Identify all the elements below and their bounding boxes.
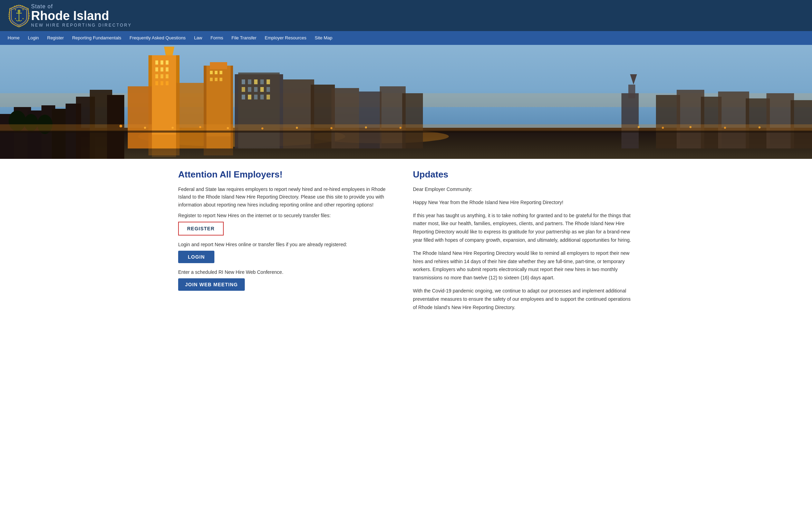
- svg-point-87: [144, 127, 146, 129]
- svg-point-91: [261, 127, 263, 129]
- svg-rect-28: [155, 60, 158, 65]
- svg-point-95: [399, 127, 402, 129]
- svg-rect-57: [260, 79, 264, 84]
- site-subtitle: NEW HIRE REPORTING DIRECTORY: [31, 23, 132, 28]
- svg-rect-67: [260, 95, 264, 99]
- svg-rect-70: [311, 85, 335, 148]
- svg-text:★: ★: [14, 18, 16, 20]
- state-seal-icon: ★ ★ ★ ★: [7, 3, 31, 28]
- svg-point-99: [724, 127, 726, 129]
- svg-rect-42: [176, 83, 204, 148]
- site-header: ★ ★ ★ ★ State of Rhode Island NEW HIRE R…: [0, 0, 812, 31]
- updates-p1: Dear Employer Community:: [413, 185, 634, 194]
- updates-p3: If this year has taught us anything, it …: [413, 212, 634, 244]
- svg-rect-31: [155, 67, 158, 71]
- nav-login[interactable]: Login: [24, 31, 43, 45]
- svg-rect-71: [331, 88, 359, 148]
- join-web-meeting-button[interactable]: JOIN WEB MEETING: [178, 278, 245, 291]
- svg-point-88: [172, 127, 174, 129]
- nav-forms[interactable]: Forms: [206, 31, 228, 45]
- attention-title: Attention All Employers!: [178, 169, 399, 180]
- svg-point-97: [662, 127, 664, 129]
- updates-p4: The Rhode Island New Hire Reporting Dire…: [413, 249, 634, 282]
- nav-home[interactable]: Home: [3, 31, 24, 45]
- updates-p5: With the Covid-19 pandemic ongoing, we c…: [413, 287, 634, 311]
- svg-rect-59: [242, 87, 245, 92]
- svg-rect-54: [242, 79, 245, 84]
- svg-rect-36: [166, 74, 168, 78]
- nav-site-map[interactable]: Site Map: [310, 31, 336, 45]
- hero-banner: [0, 45, 812, 159]
- svg-rect-74: [402, 93, 423, 148]
- svg-rect-30: [166, 60, 168, 65]
- svg-rect-63: [267, 87, 270, 92]
- svg-rect-38: [161, 81, 163, 85]
- svg-rect-66: [254, 95, 258, 99]
- svg-rect-82: [746, 98, 770, 148]
- svg-rect-64: [242, 95, 245, 99]
- svg-rect-78: [656, 95, 680, 148]
- svg-text:★: ★: [22, 18, 24, 20]
- left-column: Attention All Employers! Federal and Sta…: [178, 169, 399, 316]
- svg-point-93: [330, 127, 332, 129]
- main-nav: Home Login Register Reporting Fundamenta…: [0, 31, 812, 45]
- svg-rect-76: [628, 85, 635, 98]
- svg-rect-65: [248, 95, 251, 99]
- svg-point-90: [227, 127, 229, 129]
- svg-rect-29: [161, 60, 163, 65]
- svg-rect-56: [254, 79, 258, 84]
- svg-rect-103: [152, 133, 176, 157]
- svg-rect-104: [0, 131, 812, 133]
- svg-rect-39: [166, 81, 168, 85]
- updates-p2: Happy New Year from the Rhode Island New…: [413, 199, 634, 207]
- svg-rect-45: [210, 62, 227, 69]
- svg-rect-33: [166, 67, 168, 71]
- register-button[interactable]: REGISTER: [178, 222, 224, 236]
- svg-rect-61: [254, 87, 258, 92]
- svg-point-96: [638, 126, 640, 128]
- nav-employer-resources[interactable]: Employer Resources: [261, 31, 311, 45]
- svg-rect-55: [248, 79, 251, 84]
- nav-reporting-fundamentals[interactable]: Reporting Fundamentals: [68, 31, 125, 45]
- svg-rect-34: [155, 74, 158, 78]
- svg-rect-60: [248, 87, 251, 92]
- svg-rect-79: [677, 90, 704, 148]
- nav-file-transfer[interactable]: File Transfer: [228, 31, 261, 45]
- register-label: Register to report New Hires on the inte…: [178, 213, 399, 218]
- svg-rect-41: [128, 86, 152, 148]
- svg-marker-27: [164, 47, 174, 55]
- login-button[interactable]: LOGIN: [178, 251, 214, 263]
- svg-rect-58: [267, 79, 270, 84]
- svg-rect-68: [267, 95, 270, 99]
- svg-rect-102: [204, 136, 233, 155]
- svg-rect-72: [359, 92, 381, 148]
- intro-text: Federal and State law requires employers…: [178, 185, 399, 209]
- city-skyline: [0, 45, 812, 159]
- svg-text:★: ★: [22, 9, 24, 11]
- svg-point-89: [199, 126, 201, 128]
- svg-point-100: [758, 126, 761, 128]
- svg-rect-73: [380, 86, 406, 148]
- join-label: Enter a scheduled RI New Hire Web Confer…: [178, 269, 399, 275]
- svg-rect-35: [161, 74, 163, 78]
- svg-rect-75: [621, 93, 639, 148]
- nav-register[interactable]: Register: [43, 31, 68, 45]
- nav-faq[interactable]: Frequently Asked Questions: [125, 31, 190, 45]
- svg-rect-62: [260, 87, 264, 92]
- site-title: Rhode Island: [31, 10, 132, 22]
- svg-point-86: [119, 125, 122, 127]
- login-label: Login and report New Hires online or tra…: [178, 242, 399, 247]
- svg-rect-32: [161, 67, 163, 71]
- svg-rect-51: [220, 78, 222, 81]
- svg-rect-49: [210, 78, 213, 81]
- svg-rect-37: [155, 81, 158, 85]
- svg-point-98: [689, 126, 692, 128]
- main-content: Attention All Employers! Federal and Sta…: [164, 159, 648, 327]
- updates-title: Updates: [413, 169, 634, 180]
- svg-point-92: [296, 127, 298, 129]
- nav-law[interactable]: Law: [190, 31, 206, 45]
- svg-rect-46: [210, 71, 213, 74]
- svg-rect-50: [215, 78, 218, 81]
- svg-text:★: ★: [14, 9, 16, 11]
- svg-rect-48: [220, 71, 222, 74]
